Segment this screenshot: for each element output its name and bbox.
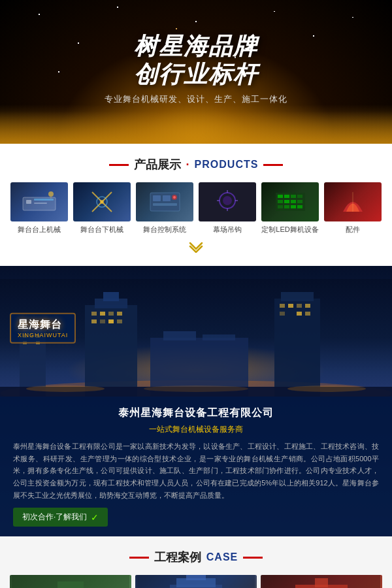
svg-rect-57	[280, 304, 285, 308]
product-img-4	[199, 182, 256, 221]
svg-rect-29	[291, 200, 296, 203]
company-logo-box: 星海舞台 XINGHAIWUTAI	[10, 313, 76, 344]
svg-rect-66	[203, 335, 235, 340]
svg-point-68	[26, 385, 105, 392]
product-img-3	[136, 182, 193, 221]
case-item-3[interactable]: 星光天地购物街	[261, 575, 382, 588]
products-section-title: 产品展示 · PRODUCTS	[10, 157, 382, 172]
company-description: 泰州星海舞台设备工程有限公司是一家以高新技术为发导，以设备生产、工程设计、工程施…	[13, 440, 379, 501]
company-contact-button[interactable]: 初次合作·了解我们 ✓	[13, 508, 108, 527]
svg-rect-11	[153, 195, 161, 201]
cases-section: 工程案例 CASE 兴义文化中心	[0, 536, 392, 588]
svg-rect-63	[305, 312, 310, 316]
product-item-6[interactable]: 配件	[323, 182, 382, 235]
svg-rect-31	[278, 205, 283, 208]
building-silhouette-svg	[0, 292, 392, 397]
svg-rect-58	[288, 304, 293, 308]
products-grid: 舞台台上机械 舞台台下机械	[10, 182, 382, 235]
case-scene-1	[10, 575, 131, 588]
product-item-2[interactable]: 舞台台下机械	[73, 182, 131, 235]
product-img-1	[10, 182, 68, 221]
product-img-2	[73, 182, 131, 221]
products-title-en: PRODUCTS	[195, 159, 259, 171]
svg-rect-49	[108, 312, 114, 316]
more-chevron[interactable]	[10, 241, 382, 256]
svg-rect-34	[297, 205, 302, 208]
svg-rect-62	[297, 312, 302, 316]
svg-rect-53	[108, 319, 114, 323]
product-label-6: 配件	[346, 225, 360, 235]
product-item-5[interactable]: 定制LED舞机设备	[261, 182, 319, 235]
case-img-2	[135, 575, 257, 588]
product-icon-6	[336, 189, 369, 215]
product-item-1[interactable]: 舞台台上机械	[10, 182, 69, 235]
hero-section: 树星海品牌 创行业标杆 专业舞台机械研发、设计、生产、施工一体化	[0, 0, 392, 144]
svg-rect-73	[57, 581, 84, 588]
hero-subtitle: 专业舞台机械研发、设计、生产、施工一体化	[105, 93, 287, 105]
hero-ground-glow	[0, 111, 392, 144]
svg-rect-28	[284, 200, 289, 203]
svg-point-70	[287, 385, 366, 392]
case-scene-3	[261, 575, 382, 588]
cases-title-zh: 工程案例	[154, 549, 201, 565]
company-tag: 一站式舞台机械设备服务商	[13, 424, 379, 435]
case-item-1[interactable]: 兴义文化中心	[10, 575, 131, 588]
case-item-2[interactable]: 鼎贵人民法院	[135, 575, 257, 588]
product-label-1: 舞台台上机械	[18, 225, 61, 235]
svg-rect-1	[26, 200, 31, 204]
company-logo-area: 星海舞台 XINGHAIWUTAI	[10, 313, 76, 344]
svg-rect-44	[85, 305, 137, 397]
svg-point-69	[144, 385, 248, 392]
svg-rect-30	[297, 200, 302, 203]
product-label-2: 舞台台下机械	[80, 225, 123, 235]
svg-rect-13	[153, 203, 177, 206]
company-logo-zh: 星海舞台	[18, 318, 68, 332]
company-logo-en: XINGHAIWUTAI	[18, 332, 68, 338]
cases-title-line-right	[243, 557, 263, 559]
svg-rect-2	[34, 199, 54, 201]
product-icon-2	[86, 189, 118, 215]
svg-rect-52	[100, 319, 105, 323]
product-icon-3	[147, 189, 183, 214]
svg-rect-50	[117, 312, 122, 316]
svg-rect-59	[297, 304, 302, 308]
svg-rect-3	[34, 203, 47, 204]
svg-rect-48	[100, 312, 105, 316]
svg-rect-25	[291, 195, 296, 198]
case-img-1	[10, 575, 131, 588]
products-title-zh: 产品展示	[134, 157, 181, 172]
svg-rect-46	[103, 292, 119, 301]
title-line-right	[263, 164, 283, 166]
cases-grid: 兴义文化中心 鼎贵人民法院	[10, 575, 382, 588]
company-btn-check-icon: ✓	[91, 512, 99, 523]
hero-title-1: 树星海品牌	[134, 32, 258, 60]
product-icon-4	[211, 189, 244, 215]
product-label-4: 幕场吊钩	[213, 225, 242, 235]
products-title-dot: ·	[186, 158, 189, 172]
products-section: 产品展示 · PRODUCTS 舞台台上机械	[0, 144, 392, 266]
product-label-3: 舞台控制系统	[143, 225, 186, 235]
svg-rect-61	[280, 312, 285, 316]
svg-rect-60	[305, 304, 310, 308]
svg-rect-12	[163, 195, 171, 201]
company-name: 泰州星海舞台设备工程有限公司	[13, 406, 379, 420]
svg-rect-32	[284, 205, 289, 208]
svg-rect-56	[281, 292, 314, 301]
product-item-4[interactable]: 幕场吊钩	[198, 182, 257, 235]
svg-point-15	[173, 196, 176, 199]
company-info-overlay: 泰州星海舞台设备工程有限公司 一站式舞台机械设备服务商 泰州星海舞台设备工程有限…	[0, 397, 392, 536]
company-btn-text: 初次合作·了解我们	[22, 512, 87, 523]
svg-rect-47	[91, 312, 97, 316]
svg-rect-23	[278, 195, 283, 198]
chevron-down-icon	[188, 241, 204, 253]
cases-title-line-left	[129, 557, 149, 559]
product-item-3[interactable]: 舞台控制系统	[135, 182, 194, 235]
svg-rect-27	[278, 200, 283, 203]
svg-point-17	[223, 196, 232, 205]
svg-rect-24	[284, 195, 289, 198]
product-icon-1	[20, 191, 59, 214]
svg-rect-51	[91, 319, 97, 323]
svg-rect-26	[297, 195, 302, 198]
cases-title-en: CASE	[206, 551, 238, 563]
product-label-5: 定制LED舞机设备	[261, 225, 318, 235]
